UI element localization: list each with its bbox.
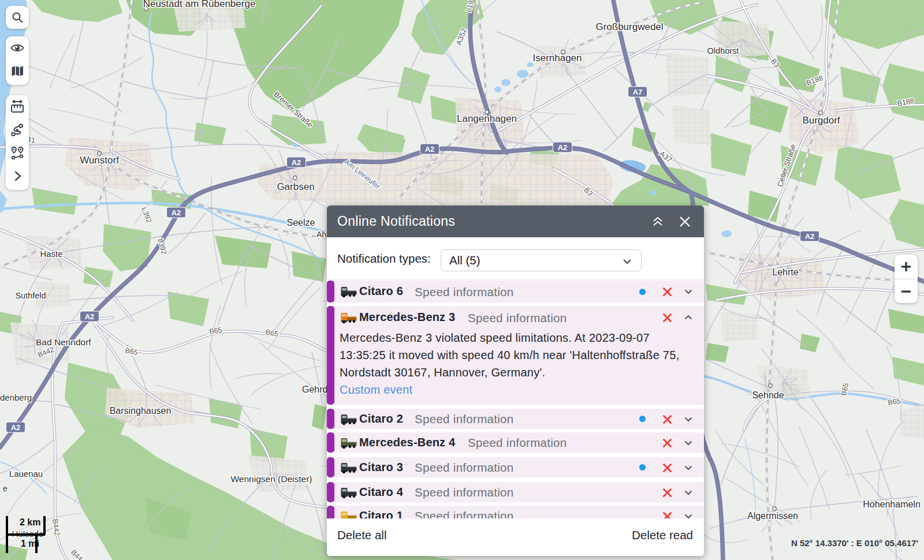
- svg-text:A2: A2: [558, 143, 568, 152]
- svg-text:Bad Nenndorf: Bad Nenndorf: [36, 337, 91, 347]
- svg-text:A2: A2: [172, 208, 181, 217]
- svg-text:Neustadt am Rübenberge: Neustadt am Rübenberge: [143, 0, 256, 9]
- svg-text:B44: B44: [69, 548, 84, 560]
- svg-text:A7: A7: [633, 88, 643, 96]
- svg-text:Wennigsen (Deister): Wennigsen (Deister): [231, 474, 312, 484]
- svg-text:B65: B65: [887, 397, 901, 407]
- svg-text:Barsinghausen: Barsinghausen: [110, 406, 172, 416]
- svg-text:B442: B442: [51, 518, 61, 536]
- svg-text:Burgdorf: Burgdorf: [802, 115, 840, 126]
- svg-text:Isernhagen: Isernhagen: [532, 53, 582, 64]
- svg-text:Haste: Haste: [40, 249, 62, 259]
- svg-text:Langenhagen: Langenhagen: [457, 113, 517, 124]
- svg-text:Garbsen: Garbsen: [277, 181, 314, 192]
- svg-text:A2: A2: [805, 232, 815, 241]
- svg-text:denberg: denberg: [0, 393, 32, 402]
- svg-text:Wunstorf: Wunstorf: [80, 155, 119, 166]
- svg-text:Sehnde: Sehnde: [752, 390, 784, 400]
- svg-text:A2: A2: [425, 145, 435, 154]
- svg-text:Lauenau: Lauenau: [9, 469, 43, 479]
- svg-text:A2: A2: [85, 312, 95, 321]
- svg-text:Oldhorst: Oldhorst: [707, 46, 739, 55]
- svg-text:A2: A2: [11, 423, 21, 432]
- svg-text:B65: B65: [208, 326, 222, 336]
- svg-text:A2: A2: [292, 158, 301, 167]
- svg-text:Algermissen: Algermissen: [747, 511, 798, 521]
- svg-text:e: e: [3, 484, 8, 493]
- svg-text:Suthfeld: Suthfeld: [15, 291, 46, 300]
- svg-text:Großburgwedel: Großburgwedel: [595, 21, 663, 32]
- svg-text:B65: B65: [264, 328, 279, 338]
- svg-text:Hohenhameln: Hohenhameln: [863, 499, 921, 509]
- svg-text:Lehrte: Lehrte: [772, 267, 798, 277]
- svg-text:L392: L392: [140, 206, 153, 224]
- svg-text:Seelze: Seelze: [287, 218, 315, 227]
- svg-text:B65: B65: [125, 346, 139, 357]
